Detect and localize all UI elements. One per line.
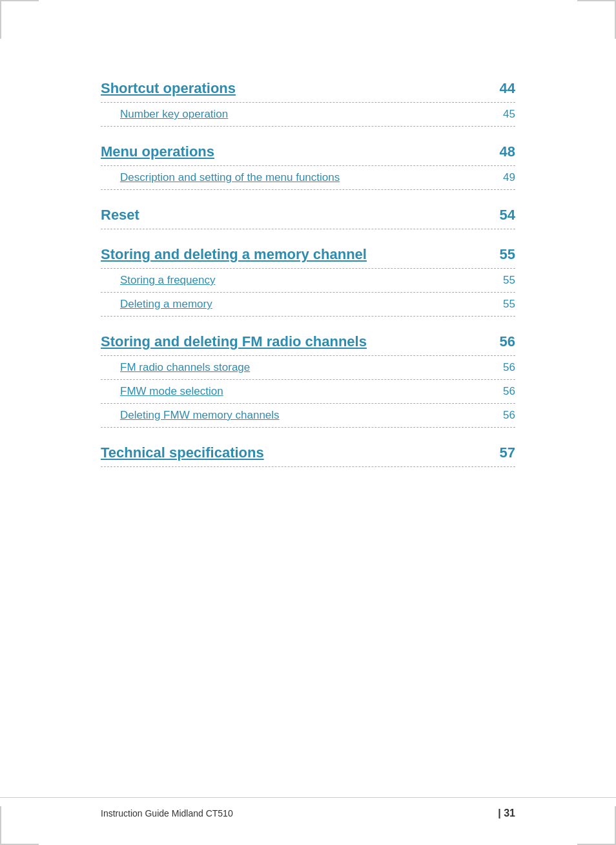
toc-title-fmw-mode-selection: FMW mode selection bbox=[120, 385, 489, 398]
toc-entry-deleting-fmw-memory[interactable]: Deleting FMW memory channels56 bbox=[101, 404, 515, 428]
toc-entry-fm-radio-storage[interactable]: FM radio channels storage56 bbox=[101, 356, 515, 380]
toc-entry-storing-deleting-fm[interactable]: Storing and deleting FM radio channels56 bbox=[101, 324, 515, 356]
toc-page-description-setting: 49 bbox=[489, 171, 515, 184]
page: Shortcut operations44Number key operatio… bbox=[0, 0, 616, 845]
toc-page-storing-deleting-fm: 56 bbox=[489, 333, 515, 350]
toc-entry-number-key-operation[interactable]: Number key operation45 bbox=[101, 103, 515, 127]
toc-entry-fmw-mode-selection[interactable]: FMW mode selection56 bbox=[101, 380, 515, 404]
toc-title-description-setting: Description and setting of the menu func… bbox=[120, 171, 489, 184]
corner-border-top-right bbox=[577, 0, 616, 39]
toc-page-storing-frequency: 55 bbox=[489, 274, 515, 287]
toc-page-technical-specifications: 57 bbox=[489, 444, 515, 461]
toc-title-reset: Reset bbox=[101, 207, 489, 224]
toc-entry-deleting-memory[interactable]: Deleting a memory55 bbox=[101, 293, 515, 317]
toc-container: Shortcut operations44Number key operatio… bbox=[101, 71, 515, 467]
spacer-after-reset bbox=[101, 229, 515, 237]
toc-page-storing-deleting-memory: 55 bbox=[489, 246, 515, 263]
spacer-after-deleting-memory bbox=[101, 317, 515, 324]
toc-entry-storing-frequency[interactable]: Storing a frequency55 bbox=[101, 269, 515, 293]
toc-entry-shortcut-operations[interactable]: Shortcut operations44 bbox=[101, 71, 515, 103]
footer: Instruction Guide Midland CT510 | 31 bbox=[0, 797, 616, 819]
toc-page-fm-radio-storage: 56 bbox=[489, 361, 515, 374]
toc-title-deleting-memory: Deleting a memory bbox=[120, 298, 489, 311]
toc-title-deleting-fmw-memory: Deleting FMW memory channels bbox=[120, 409, 489, 422]
toc-page-fmw-mode-selection: 56 bbox=[489, 385, 515, 398]
toc-page-menu-operations: 48 bbox=[489, 143, 515, 160]
footer-guide-label: Instruction Guide Midland CT510 bbox=[101, 808, 233, 819]
toc-page-deleting-memory: 55 bbox=[489, 298, 515, 311]
footer-page-number: | 31 bbox=[498, 808, 515, 819]
spacer-after-number-key-operation bbox=[101, 127, 515, 134]
spacer-after-description-setting bbox=[101, 190, 515, 198]
toc-title-menu-operations: Menu operations bbox=[101, 143, 489, 160]
toc-title-storing-deleting-fm: Storing and deleting FM radio channels bbox=[101, 333, 489, 350]
toc-title-shortcut-operations: Shortcut operations bbox=[101, 80, 489, 97]
toc-entry-technical-specifications[interactable]: Technical specifications57 bbox=[101, 435, 515, 467]
toc-entry-reset[interactable]: Reset54 bbox=[101, 198, 515, 229]
spacer-after-deleting-fmw-memory bbox=[101, 428, 515, 435]
toc-title-technical-specifications: Technical specifications bbox=[101, 444, 489, 461]
toc-title-fm-radio-storage: FM radio channels storage bbox=[120, 361, 489, 374]
toc-page-number-key-operation: 45 bbox=[489, 108, 515, 121]
toc-page-reset: 54 bbox=[489, 207, 515, 224]
toc-title-number-key-operation: Number key operation bbox=[120, 108, 489, 121]
toc-page-shortcut-operations: 44 bbox=[489, 80, 515, 97]
toc-title-storing-deleting-memory: Storing and deleting a memory channel bbox=[101, 246, 489, 263]
toc-entry-storing-deleting-memory[interactable]: Storing and deleting a memory channel55 bbox=[101, 237, 515, 269]
toc-title-storing-frequency: Storing a frequency bbox=[120, 274, 489, 287]
toc-entry-description-setting[interactable]: Description and setting of the menu func… bbox=[101, 166, 515, 190]
toc-page-deleting-fmw-memory: 56 bbox=[489, 409, 515, 422]
toc-entry-menu-operations[interactable]: Menu operations48 bbox=[101, 134, 515, 166]
corner-border-top-left bbox=[0, 0, 39, 39]
